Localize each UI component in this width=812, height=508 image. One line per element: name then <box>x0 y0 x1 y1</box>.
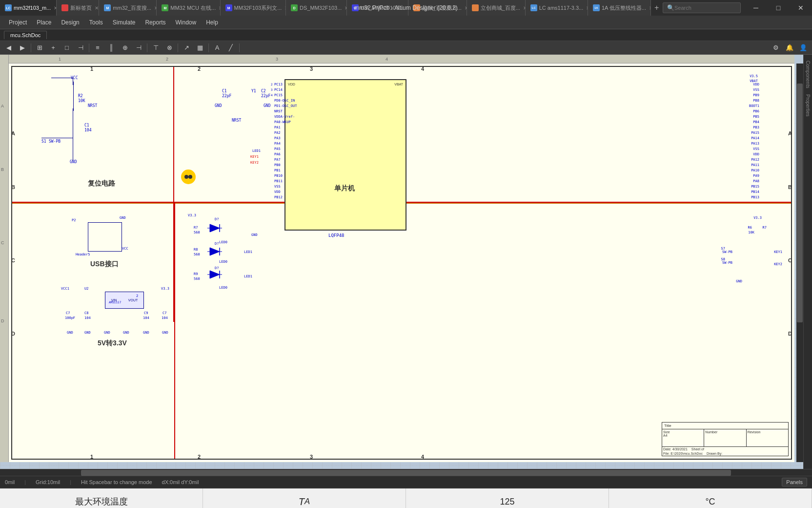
toolbar-line2-btn[interactable]: ╱ <box>224 42 237 53</box>
c10-val: 104 <box>162 316 168 320</box>
c7-val: 100pF <box>65 316 75 320</box>
toolbar-power-btn[interactable]: ⊤ <box>149 42 162 53</box>
tab-dsfile[interactable]: D DS_MM32F103... ✕ <box>286 0 346 16</box>
panels-button[interactable]: Panels <box>782 478 807 487</box>
c2-crystal-val: 22pF <box>261 94 270 98</box>
toolbar-settings-btn[interactable]: ⚙ <box>770 42 782 53</box>
p2-label: P2 <box>72 218 76 222</box>
led-diode-3 <box>207 270 222 279</box>
pin-r-pb9: PB9 <box>753 93 759 97</box>
section-label-a-left: A <box>11 130 15 136</box>
components-panel-label[interactable]: Components <box>804 59 812 90</box>
vdd-top-r: V3.5 <box>750 74 758 78</box>
vcc1-d: VCC1 <box>61 287 69 291</box>
menu-reports[interactable]: Reports <box>140 17 170 28</box>
pin-r-pb3: PB3 <box>753 126 759 129</box>
tab-1a-ldo[interactable]: 1A 1A 低压整线性器... ✕ <box>588 0 651 16</box>
toolbar-fill-btn[interactable]: ▦ <box>194 42 206 53</box>
menu-project[interactable]: Project <box>4 17 32 28</box>
section-label-1-bottom: 1 <box>90 454 93 460</box>
pin-pa5: PA5 <box>274 147 281 151</box>
toolbar-user-btn[interactable]: 👤 <box>797 42 810 53</box>
bottom-cell-3: 125 <box>406 488 609 508</box>
w-sw-h <box>41 138 73 138</box>
new-tab-button[interactable]: + <box>651 0 663 16</box>
toolbar-separator-3 <box>147 43 147 52</box>
toolbar-bus-btn[interactable]: ║ <box>105 42 118 53</box>
toolbar-junction-btn[interactable]: ⊕ <box>119 42 131 53</box>
section-label-d-right: D <box>788 331 792 337</box>
ruler-tick-2: 2 <box>166 57 168 62</box>
menu-place[interactable]: Place <box>32 17 56 28</box>
pin-r-boot1: BOOT1 <box>749 104 759 108</box>
pin-r-vss2: VSS <box>753 147 759 151</box>
tab-newtab[interactable]: 新标签页 ✕ <box>57 0 99 16</box>
menu-simulate[interactable]: Simulate <box>108 17 141 28</box>
maximize-button[interactable]: □ <box>767 0 790 16</box>
tab-umfile[interactable]: U UM_MM32F103... ✕ <box>347 0 408 16</box>
toolbar-separator-4 <box>178 43 178 52</box>
nrst-label: NRST <box>88 104 97 108</box>
gnd-d-1: GND <box>67 331 73 335</box>
minimize-button[interactable]: ─ <box>745 0 767 16</box>
toolbar-filter-btn[interactable]: ⊞ <box>33 42 46 53</box>
tab-ams1117[interactable]: LC LC ams1117-3.3... ✕ <box>526 0 588 16</box>
size-val: A4 <box>663 434 703 437</box>
toolbar-port-btn[interactable]: ⊣ <box>132 42 145 53</box>
menu-window[interactable]: Window <box>170 17 201 28</box>
toolbar-line-btn[interactable]: ⊣ <box>74 42 87 53</box>
pin-r-pb4: PB4 <box>753 120 759 124</box>
menu-help[interactable]: Help <box>201 17 223 28</box>
tab-crystal[interactable]: 晶振_百度图片... ✕ <box>408 0 467 16</box>
vscrollbar-thumb[interactable] <box>797 84 803 323</box>
toolbar-back-btn[interactable]: ◀ <box>2 42 15 53</box>
vscrollbar[interactable] <box>796 64 803 462</box>
tab-icon-2 <box>61 4 68 11</box>
menu-tools[interactable]: Tools <box>84 17 108 28</box>
tab-mm32mcu[interactable]: M MM32 MCU 在线... ✕ <box>157 0 220 16</box>
schematic-canvas[interactable]: 1 2 3 4 A B C D A B <box>0 55 803 469</box>
subtab-schdoc[interactable]: mcu.SchDoc <box>4 31 47 39</box>
search-bar[interactable]: 🔍 <box>663 2 741 13</box>
tab-close-2[interactable]: ✕ <box>95 5 99 11</box>
properties-panel-label[interactable]: Properties <box>804 92 812 119</box>
toolbar-place-btn[interactable]: ↗ <box>180 42 193 53</box>
tab-icon-11: 1A <box>593 4 600 11</box>
tab-label-8: 晶振_百度图片... <box>422 4 462 12</box>
gnd-label-reset: GND <box>70 160 77 164</box>
toolbar-text-btn[interactable]: A <box>211 42 223 53</box>
menu-design[interactable]: Design <box>56 17 84 28</box>
number-label: Number <box>705 430 745 434</box>
toolbar-notification-btn[interactable]: 🔔 <box>783 42 796 53</box>
lqfp48-label: LQFP48 <box>328 233 345 238</box>
r9-val: 560 <box>194 277 200 281</box>
toolbar-add-btn[interactable]: + <box>47 42 60 53</box>
hscrollbar-thumb[interactable] <box>81 470 731 476</box>
toolbar-rect-btn[interactable]: □ <box>61 42 73 53</box>
gnd-d-6: GND <box>162 331 168 335</box>
hscrollbar[interactable] <box>0 469 812 476</box>
toolbar-component-btn[interactable]: ⊗ <box>163 42 176 53</box>
cursor-center <box>184 175 188 179</box>
toolbar-forward-btn[interactable]: ▶ <box>16 42 29 53</box>
close-button[interactable]: ✕ <box>790 0 812 16</box>
power-label: 5V转3.3V <box>98 339 127 348</box>
search-input[interactable] <box>674 5 733 11</box>
pin-pa4: PA4 <box>274 142 281 146</box>
tab-label-5: MM32F103系列文... <box>234 4 282 12</box>
toolbar-wire-btn[interactable]: ≡ <box>91 42 104 53</box>
pin-r-vdd2: VDD <box>753 152 759 156</box>
swpb-key1: SW-PB <box>722 250 732 254</box>
tab-mm32f103[interactable]: LC mm32f103_m... ✕ <box>0 0 57 16</box>
tab-mm32f103series[interactable]: M MM32F103系列文... ✕ <box>221 0 286 16</box>
tab-lcsc[interactable]: 立创商城_百度... ✕ <box>467 0 526 16</box>
tabs-area: LC mm32f103_m... ✕ 新标签页 ✕ M mm32_百度搜... … <box>0 0 663 16</box>
sch-content: A B C D A B C D 1 2 3 4 1 2 3 4 <box>9 64 794 462</box>
pnum-2: 2 <box>271 83 273 86</box>
toolbar-separator-5 <box>208 43 209 52</box>
tab-mm32baidu[interactable]: M mm32_百度搜... ✕ <box>99 0 157 16</box>
title-block-title: Title <box>662 423 788 429</box>
status-zoom: 0mil <box>5 479 15 485</box>
gnd-d-4: GND <box>123 331 129 335</box>
mcu-vbat: VDD <box>288 83 295 86</box>
